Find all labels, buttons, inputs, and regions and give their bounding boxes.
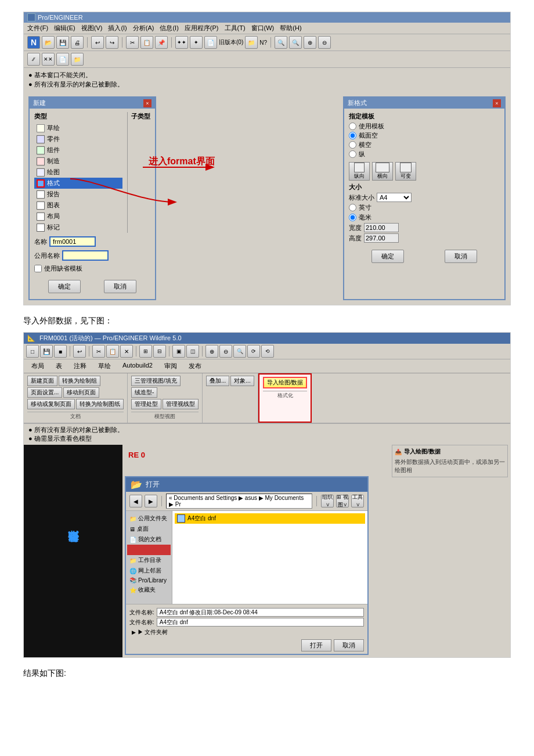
new-btn[interactable]: N [27,36,40,49]
rib-copy-page[interactable]: 移动或复制页面 [27,399,75,409]
sidebar-work-dir[interactable]: 📁 工作目录 [127,555,171,566]
tb2-folder[interactable]: 📁 [71,53,84,66]
tb-zoom4[interactable]: ⊖ [318,36,331,49]
menu-window[interactable]: 窗口(W) [251,24,275,33]
tab-review[interactable]: 审阅 [159,361,182,372]
undo-btn[interactable]: ↩ [91,36,104,49]
rib-import-drawing[interactable]: 导入绘图/数据 [263,377,308,388]
tb-extra1[interactable]: ✦✦ [175,36,188,49]
t2-save2[interactable]: ■ [54,345,67,358]
print-btn[interactable]: 🖨 [71,36,84,49]
std-size-select[interactable]: A4 A3 A2 A1 A0 [377,193,412,202]
t2-zoom3[interactable]: 🔍 [233,345,246,358]
cut-btn[interactable]: ✂ [126,36,139,49]
fmt-radio-template[interactable] [349,123,356,130]
menu-insert[interactable]: 插入(I) [108,24,127,33]
tb-zoom1[interactable]: 🔍 [275,36,287,49]
type-sketch[interactable]: 草绘 [34,123,122,134]
t2-extra3[interactable]: ⟳ [247,345,260,358]
save-btn[interactable]: 💾 [56,36,69,49]
sidebar-pro-lib[interactable]: 📚 Pro/Library [127,576,171,585]
tools-btn[interactable]: 工具∨ [351,495,364,507]
rib-line-type[interactable]: 绒造型- [131,387,157,398]
fmt-radio-landscape[interactable] [349,141,356,149]
rib-page-setup[interactable]: 页面设置... [27,387,62,398]
menu-help[interactable]: 帮助(H) [280,24,301,33]
t2-extra1[interactable]: ⊞ [139,345,152,358]
height-input[interactable] [364,233,399,243]
t2-view2[interactable]: ◫ [186,345,199,358]
rib-overlay[interactable]: 叠加... [206,376,229,386]
rib-object[interactable]: 对象... [230,376,254,386]
sidebar-public-folders[interactable]: 📁 公用文件夹 [127,513,171,524]
format-dialog-cancel[interactable]: 取消 [445,250,477,263]
type-format[interactable]: 格式 [34,178,122,189]
tab-layout[interactable]: 布局 [26,361,49,372]
menu-info[interactable]: 信息(I) [160,24,178,33]
tb-file[interactable]: 📄 [204,36,217,49]
type-part[interactable]: 零件 [34,134,122,145]
t2-cut[interactable]: ✂ [92,345,105,358]
type-diagram[interactable]: 图表 [34,200,122,211]
footer-filename-input[interactable] [157,608,364,617]
format-dialog-confirm[interactable]: 确定 [371,250,404,263]
tb2-2[interactable]: ✕✕ [42,53,55,66]
type-markup[interactable]: 标记 [34,222,122,233]
tab-publish[interactable]: 发布 [183,361,207,372]
tb2-1[interactable]: ∕∕ [27,53,40,66]
menu-edit[interactable]: 编辑(E) [54,24,75,33]
menu-file[interactable]: 文件(F) [27,24,48,33]
view-btn[interactable]: 组织∨ [321,495,334,507]
type-drawing[interactable]: 绘图 [34,167,122,178]
rib-convert1[interactable]: 转换为绘制组 [59,376,100,386]
new-dialog-close[interactable]: × [143,99,151,107]
copy-btn[interactable]: 📋 [140,36,153,49]
fmt-radio-empty[interactable] [349,132,356,139]
tab-autobuild[interactable]: Autobuild2 [117,361,158,372]
footer-filetype-input[interactable] [157,618,364,627]
paste-btn[interactable]: 📌 [155,36,168,49]
fmt-radio-portrait[interactable] [349,150,356,158]
t2-copy[interactable]: 📋 [106,345,119,358]
menu-app[interactable]: 应用程序(P) [185,24,219,33]
t2-new[interactable]: □ [26,345,39,358]
menu-tools[interactable]: 工具(T) [225,24,246,33]
rib-new-page[interactable]: 新建页面 [27,376,57,386]
fmt-icon-portrait[interactable]: 纵向 [349,162,370,181]
menu-analysis[interactable]: 分析(A) [133,24,154,33]
t2-view1[interactable]: ▣ [172,345,185,358]
tb-folder[interactable]: 📁 [245,36,258,49]
tb-zoom3[interactable]: ⊕ [304,36,316,49]
inch-radio[interactable] [349,204,356,211]
type-assembly[interactable]: 组件 [34,145,122,156]
tb2-3[interactable]: 📄 [56,53,69,66]
sidebar-favorites[interactable]: ⭐ 收藏夹 [127,585,171,595]
rib-move-page[interactable]: 移动到页面 [63,387,99,398]
new-dialog-cancel[interactable]: 取消 [104,280,136,293]
name-input[interactable] [49,236,96,247]
nav-forward-btn[interactable]: ▶ [145,495,157,507]
width-input[interactable] [364,223,399,232]
tb-zoom2[interactable]: 🔍 [289,36,302,49]
rib-convert2[interactable]: 转换为绘制图纸 [76,399,124,409]
sidebar-desktop[interactable]: 🖥 桌面 [127,524,171,534]
t2-undo[interactable]: ↩ [73,345,86,358]
redo-btn[interactable]: ↪ [106,36,118,49]
sidebar-my-docs[interactable]: 📄 我的文档 [127,534,171,545]
tab-annotation[interactable]: 注释 [68,361,92,372]
tree-item[interactable]: ▶ 文件夹树 [129,628,364,637]
nav-back-btn[interactable]: ◀ [129,495,142,507]
fmt-icon-variable[interactable]: 可变 [395,162,416,181]
format-dialog-close[interactable]: × [493,99,501,107]
open-confirm-btn[interactable]: 打开 [301,639,331,651]
t2-zoom2[interactable]: ⊖ [219,345,232,358]
new-dialog-confirm[interactable]: 确定 [48,280,81,293]
menu-view[interactable]: 视图(V) [81,24,103,33]
fmt-icon-landscape[interactable]: 横向 [372,162,393,181]
t2-save[interactable]: 💾 [40,345,53,358]
rib-manage-views[interactable]: 三管理视图/填充 [131,376,181,386]
sidebar-network[interactable]: 🌐 网上邻居 [127,566,171,576]
open-cancel-btn[interactable]: 取消 [334,639,364,651]
open-btn[interactable]: 📂 [42,36,55,49]
rib-line-type2[interactable]: 管理处型 [131,399,161,409]
